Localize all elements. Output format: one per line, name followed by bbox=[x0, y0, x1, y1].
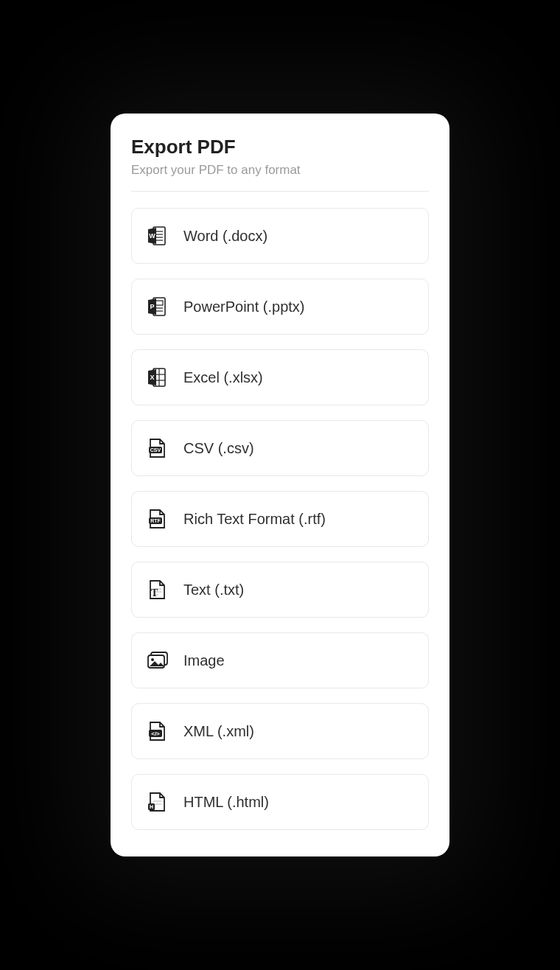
svg-text:X: X bbox=[150, 374, 154, 381]
html-icon: H bbox=[145, 790, 178, 814]
word-icon: W bbox=[145, 224, 178, 248]
svg-text:RTF: RTF bbox=[150, 518, 161, 523]
svg-point-26 bbox=[151, 658, 154, 661]
svg-text:H: H bbox=[150, 804, 153, 809]
export-option-csv[interactable]: CSV CSV (.csv) bbox=[131, 420, 429, 476]
export-option-html[interactable]: H HTML (.html) bbox=[131, 774, 429, 830]
export-option-label: XML (.xml) bbox=[183, 723, 254, 740]
export-option-image[interactable]: Image bbox=[131, 632, 429, 688]
export-option-label: Rich Text Format (.rtf) bbox=[183, 511, 326, 528]
divider bbox=[131, 191, 429, 192]
export-option-label: Word (.docx) bbox=[183, 228, 267, 245]
svg-text:</>: </> bbox=[151, 730, 160, 737]
export-option-label: Text (.txt) bbox=[183, 582, 244, 599]
csv-icon: CSV bbox=[145, 436, 178, 460]
excel-icon: X bbox=[145, 366, 178, 389]
powerpoint-icon: P bbox=[145, 295, 178, 318]
export-option-word[interactable]: W Word (.docx) bbox=[131, 208, 429, 264]
export-option-rtf[interactable]: RTF Rich Text Format (.rtf) bbox=[131, 491, 429, 547]
export-pdf-panel: Export PDF Export your PDF to any format… bbox=[111, 114, 449, 856]
export-option-excel[interactable]: X Excel (.xlsx) bbox=[131, 349, 429, 405]
image-icon bbox=[145, 649, 178, 672]
export-option-label: HTML (.html) bbox=[183, 794, 269, 811]
panel-subtitle: Export your PDF to any format bbox=[131, 163, 429, 178]
svg-text:W: W bbox=[149, 232, 155, 240]
panel-title: Export PDF bbox=[131, 136, 429, 158]
svg-text:P: P bbox=[150, 303, 154, 310]
svg-text:CSV: CSV bbox=[150, 447, 161, 453]
xml-icon: </> bbox=[145, 719, 178, 743]
export-option-label: CSV (.csv) bbox=[183, 440, 254, 457]
svg-text:T: T bbox=[151, 587, 158, 599]
rtf-icon: RTF bbox=[145, 507, 178, 531]
export-option-xml[interactable]: </> XML (.xml) bbox=[131, 703, 429, 759]
export-option-label: Excel (.xlsx) bbox=[183, 369, 263, 386]
export-option-text[interactable]: T Text (.txt) bbox=[131, 562, 429, 618]
export-option-label: Image bbox=[183, 652, 225, 669]
export-option-powerpoint[interactable]: P PowerPoint (.pptx) bbox=[131, 279, 429, 335]
text-icon: T bbox=[145, 578, 178, 601]
export-option-label: PowerPoint (.pptx) bbox=[183, 299, 305, 315]
